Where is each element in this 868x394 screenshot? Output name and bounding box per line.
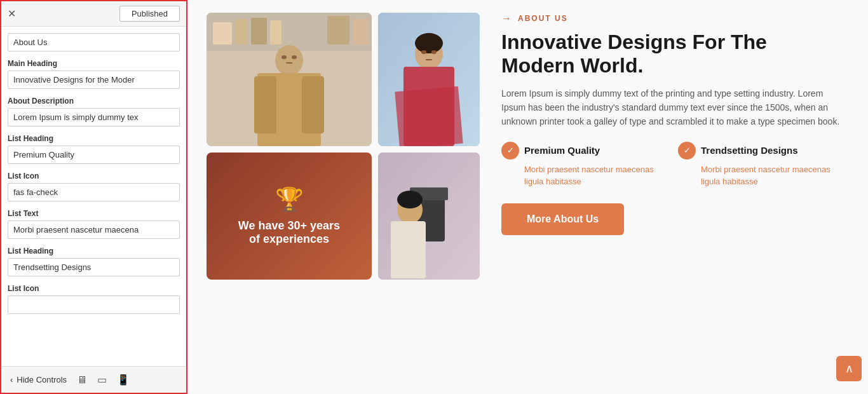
feature-1-desc: Morbi praesent nascetur maecenas ligula …: [524, 163, 665, 188]
scroll-up-button[interactable]: ∧: [836, 356, 862, 381]
svg-point-8: [275, 45, 303, 76]
svg-rect-23: [395, 86, 463, 146]
svg-rect-5: [270, 20, 281, 44]
hide-controls-label: Hide Controls: [17, 375, 67, 384]
svg-rect-14: [286, 62, 292, 64]
feature-2-desc: Morbi praesent nascetur maecenas ligula …: [701, 163, 842, 188]
award-icon: 🏆: [275, 186, 304, 213]
svg-rect-2: [213, 22, 232, 44]
published-button[interactable]: Published: [119, 6, 180, 22]
fashion-image-2: [378, 13, 480, 146]
svg-rect-7: [353, 19, 369, 44]
list-icon-2-label: List Icon: [8, 284, 180, 293]
about-us-text: ABOUT US: [518, 14, 568, 23]
overlay-text: We have 30+ years of experiences: [238, 219, 340, 246]
experience-overlay-card: 🏆 We have 30+ years of experiences: [207, 153, 372, 280]
panel-scroll[interactable]: Main Heading About Description List Head…: [1, 27, 186, 366]
close-icon[interactable]: ✕: [8, 8, 16, 20]
preview-description: Lorem Ipsum is simply dummy text of the …: [501, 86, 842, 129]
hide-controls-button[interactable]: ‹ Hide Controls: [10, 375, 67, 384]
chevron-left-icon: ‹: [10, 375, 13, 384]
tablet-view-icon[interactable]: ▭: [97, 374, 107, 386]
preview-main-heading: Innovative Designs For The Modern World.: [501, 31, 842, 78]
field-group-list-text-1: List Text: [8, 209, 180, 239]
main-heading-label: Main Heading: [8, 59, 180, 68]
check-circle-1: ✓: [501, 142, 519, 160]
svg-rect-22: [426, 59, 432, 60]
text-content: → ABOUT US Innovative Designs For The Mo…: [495, 13, 842, 280]
field-group-list-icon-2: List Icon: [8, 284, 180, 314]
feature-1-header: ✓ Premium Quality: [501, 142, 665, 160]
svg-point-20: [421, 50, 426, 54]
list-heading-2-label: List Heading: [8, 247, 180, 255]
list-text-1-label: List Text: [8, 209, 180, 218]
right-content: ✏: [187, 0, 868, 394]
feature-2-title: Trendsetting Designs: [701, 145, 798, 156]
field-group-list-heading-2: List Heading: [8, 247, 180, 276]
about-description-input[interactable]: [8, 108, 180, 126]
fashion-image-1: [207, 13, 372, 146]
list-icon-1-label: List Icon: [8, 172, 180, 180]
preview-area: 🏆 We have 30+ years of experiences: [207, 13, 842, 280]
list-text-1-input[interactable]: [8, 221, 180, 239]
field-group-list-heading-1: List Heading: [8, 134, 180, 164]
bottom-bar: ‹ Hide Controls 🖥 ▭ 📱: [1, 366, 186, 393]
feature-1-title: Premium Quality: [524, 145, 600, 156]
svg-point-13: [292, 55, 297, 59]
feature-item-1: ✓ Premium Quality Morbi praesent nascetu…: [501, 142, 665, 188]
feature-item-2: ✓ Trendsetting Designs Morbi praesent na…: [678, 142, 842, 188]
check-circle-2: ✓: [678, 142, 696, 160]
field-group-about-description: About Description: [8, 97, 180, 126]
about-description-label: About Description: [8, 97, 180, 105]
svg-point-12: [281, 55, 287, 59]
fashion-image-3: [378, 153, 480, 280]
left-panel: ✕ Published Main Heading About Descripti…: [0, 0, 187, 394]
mobile-view-icon[interactable]: 📱: [117, 374, 130, 386]
svg-point-21: [431, 50, 437, 54]
about-us-input[interactable]: [8, 33, 180, 51]
svg-rect-3: [235, 19, 248, 44]
features-row: ✓ Premium Quality Morbi praesent nascetu…: [501, 142, 842, 188]
svg-rect-11: [302, 76, 324, 133]
images-grid: 🏆 We have 30+ years of experiences: [207, 13, 480, 280]
main-heading-input[interactable]: [8, 71, 180, 89]
svg-rect-4: [251, 18, 267, 44]
desktop-view-icon[interactable]: 🖥: [77, 374, 87, 386]
more-about-us-button[interactable]: More About Us: [501, 203, 624, 235]
svg-rect-10: [254, 76, 276, 133]
about-us-section-label: → ABOUT US: [501, 13, 842, 24]
svg-rect-6: [327, 16, 349, 44]
list-heading-1-label: List Heading: [8, 134, 180, 143]
field-group-about-us: [8, 33, 180, 51]
feature-2-header: ✓ Trendsetting Designs: [678, 142, 842, 160]
svg-point-30: [397, 191, 423, 208]
field-group-main-heading: Main Heading: [8, 59, 180, 89]
list-icon-2-input[interactable]: [8, 296, 180, 314]
list-heading-2-input[interactable]: [8, 258, 180, 276]
list-icon-1-input[interactable]: [8, 183, 180, 201]
svg-point-19: [415, 33, 443, 53]
top-bar: ✕ Published: [1, 1, 186, 27]
field-group-list-icon-1: List Icon: [8, 172, 180, 201]
arrow-icon: →: [501, 13, 513, 24]
list-heading-1-input[interactable]: [8, 146, 180, 164]
svg-rect-29: [391, 221, 426, 278]
